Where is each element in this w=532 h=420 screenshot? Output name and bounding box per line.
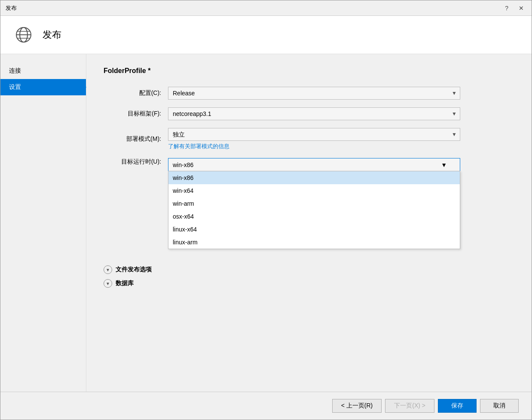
title-bar-left: 发布: [6, 4, 17, 12]
prev-button[interactable]: < 上一页(R): [332, 399, 382, 413]
file-publish-section[interactable]: ▼ 文件发布选项: [104, 265, 514, 274]
target-framework-control: netcoreapp3.1 net5.0 net6.0 ▼: [168, 107, 460, 120]
title-bar-controls: ? ✕: [502, 4, 526, 12]
runtime-option-linux-arm[interactable]: linux-arm: [168, 236, 460, 249]
title-bar-title: 发布: [6, 4, 17, 12]
target-runtime-arrow-icon: ▼: [441, 161, 447, 168]
deployment-mode-row: 部署模式(M): 独立 框架依赖 ▼ 了解有关部署模式的信息: [104, 128, 514, 150]
target-framework-row: 目标框架(F): netcoreapp3.1 net5.0 net6.0 ▼: [104, 107, 514, 120]
target-runtime-label: 目标运行时(U):: [104, 158, 168, 166]
runtime-option-win-arm[interactable]: win-arm: [168, 197, 460, 210]
configuration-label: 配置(C):: [104, 89, 168, 97]
configuration-row: 配置(C): Release Debug ▼: [104, 87, 514, 100]
target-framework-select-wrapper: netcoreapp3.1 net5.0 net6.0 ▼: [168, 107, 460, 120]
close-button[interactable]: ✕: [516, 4, 526, 12]
profile-title: FolderProfile *: [104, 67, 514, 75]
title-bar: 发布 ? ✕: [0, 0, 532, 16]
dialog-footer: < 上一页(R) 下一页(X) > 保存 取消: [0, 392, 532, 420]
dialog-header: 发布: [0, 16, 532, 54]
save-button[interactable]: 保存: [438, 399, 477, 413]
cancel-button[interactable]: 取消: [480, 399, 519, 413]
file-publish-title: 文件发布选项: [116, 266, 152, 274]
target-runtime-control: win-x86 ▼ win-x86 win-x64 win-arm osx-x6…: [168, 158, 460, 171]
target-framework-label: 目标框架(F):: [104, 110, 168, 118]
database-chevron-icon: ▼: [104, 279, 112, 288]
configuration-control: Release Debug ▼: [168, 87, 460, 100]
help-button[interactable]: ?: [502, 4, 511, 12]
deployment-mode-select-wrapper: 独立 框架依赖 ▼: [168, 128, 460, 141]
database-title: 数据库: [116, 280, 134, 287]
sidebar-item-connection[interactable]: 连接: [0, 63, 86, 79]
target-runtime-selected[interactable]: win-x86 ▼: [168, 158, 460, 171]
dialog-window: 发布 ? ✕ 发布 连接 设置: [0, 0, 532, 420]
deployment-mode-link[interactable]: 了解有关部署模式的信息: [168, 143, 460, 150]
runtime-option-linux-x64[interactable]: linux-x64: [168, 223, 460, 236]
configuration-select[interactable]: Release Debug: [168, 87, 460, 100]
file-publish-chevron-icon: ▼: [104, 265, 112, 274]
main-content: FolderProfile * 配置(C): Release Debug ▼ 目…: [86, 54, 532, 392]
target-runtime-value: win-x86: [173, 161, 193, 168]
publish-globe-icon: [13, 24, 34, 45]
runtime-option-win-x64[interactable]: win-x64: [168, 184, 460, 197]
runtime-option-win-x86[interactable]: win-x86: [168, 171, 460, 184]
target-runtime-dropdown: win-x86 ▼ win-x86 win-x64 win-arm osx-x6…: [168, 158, 460, 171]
dialog-body: 连接 设置 FolderProfile * 配置(C): Release Deb…: [0, 54, 532, 392]
sidebar-item-settings[interactable]: 设置: [0, 79, 86, 95]
deployment-mode-control: 独立 框架依赖 ▼ 了解有关部署模式的信息: [168, 128, 460, 150]
target-runtime-list: win-x86 win-x64 win-arm osx-x64 linux-x6…: [168, 171, 460, 249]
deployment-mode-select[interactable]: 独立 框架依赖: [168, 128, 460, 141]
runtime-option-osx-x64[interactable]: osx-x64: [168, 210, 460, 223]
configuration-select-wrapper: Release Debug ▼: [168, 87, 460, 100]
next-button[interactable]: 下一页(X) >: [385, 399, 434, 413]
database-section[interactable]: ▼ 数据库: [104, 279, 514, 288]
sidebar: 连接 设置: [0, 54, 86, 392]
deployment-mode-label: 部署模式(M):: [104, 135, 168, 143]
target-runtime-row: 目标运行时(U): win-x86 ▼ win-x86 win-x64 win-…: [104, 158, 514, 171]
target-framework-select[interactable]: netcoreapp3.1 net5.0 net6.0: [168, 107, 460, 120]
dialog-title: 发布: [43, 28, 61, 41]
